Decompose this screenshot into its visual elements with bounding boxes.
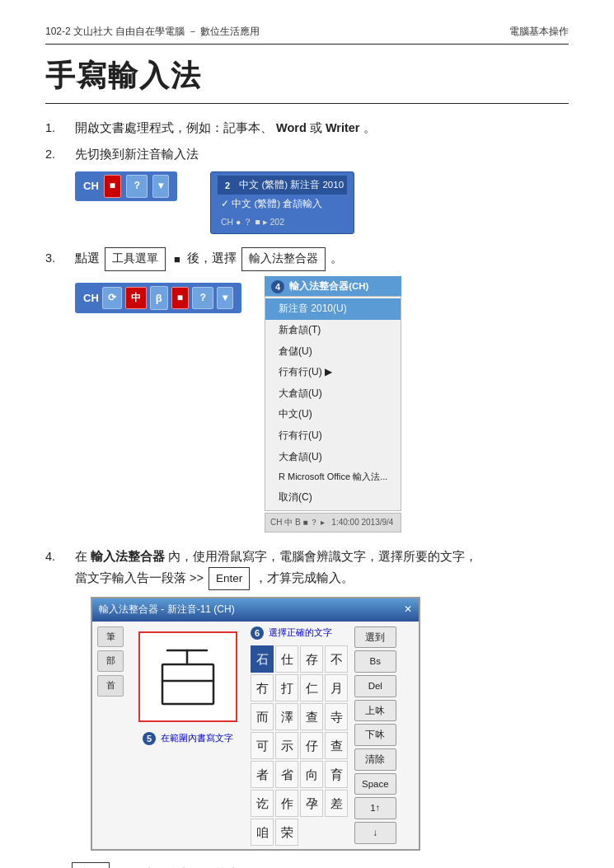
hw-char-4[interactable]: 冇 [251, 674, 274, 701]
hw-char-6[interactable]: 仁 [300, 674, 323, 701]
step-2: 2. 先切換到新注音輸入法 [45, 143, 569, 165]
hw-btn-radical[interactable]: 部 [97, 650, 124, 672]
char-select-label: 6 選擇正確的文字 [247, 622, 351, 643]
step-2-text: 先切換到新注音輸入法 [75, 143, 569, 165]
hw-char-12[interactable]: 可 [251, 732, 274, 759]
hw-char-10[interactable]: 查 [300, 703, 323, 730]
enter-key-box: Enter [209, 567, 250, 590]
hw-chars-grid: 石 仕 存 不 冇 打 仁 月 而 澤 查 寺 可 [247, 642, 351, 849]
hw-left-sidebar: 筆 部 首 [92, 622, 129, 850]
step-2-num: 2. [45, 143, 75, 165]
num-badge-2: 2 [221, 179, 234, 192]
tools-menu-box: 工具選單 [105, 247, 166, 270]
hw-btn-first[interactable]: 首 [97, 675, 124, 697]
hw-btn-next[interactable]: 下㕲 [354, 724, 396, 746]
hw-char-17[interactable]: 省 [275, 761, 298, 788]
ime-integrator-box: 輸入法整合器 [241, 247, 326, 270]
ime-bar-step3: CH ⟳ 中 β ■ ？ ▾ [75, 283, 241, 313]
header-left: 102-2 文山社大 自由自在學電腦 － 數位生活應用 [45, 25, 260, 39]
hw-dialog-title: 輸入法整合器 - 新注音-11 (CH) ✕ [92, 598, 419, 622]
hw-btn-stroke[interactable]: 筆 [97, 626, 124, 648]
hw-char-2[interactable]: 存 [300, 645, 323, 673]
hw-canvas[interactable] [138, 631, 237, 722]
hw-char-20[interactable]: 讫 [251, 790, 274, 817]
hw-canvas-col: 5 在範圍內書寫文字 [129, 622, 247, 850]
hw-char-18[interactable]: 向 [300, 761, 323, 788]
hw-btn-down[interactable]: ↓ [354, 822, 396, 844]
step-3-images: CH ⟳ 中 β ■ ？ ▾ 4 輸入法整合器(CH) 新注音 2010(U) … [75, 276, 569, 533]
bullet-desc-0: ：取消最後畫的一筆畫。 [116, 863, 252, 868]
hw-stroke-svg [143, 636, 233, 718]
step-3: 3. 點選 工具選單 ■ 後，選擇 輸入法整合器 。 [45, 247, 569, 270]
hw-btn-clear[interactable]: 清除 [354, 748, 396, 771]
hw-char-8[interactable]: 而 [251, 703, 274, 730]
hw-btn-space[interactable]: Space [354, 773, 396, 795]
hw-char-15[interactable]: 查 [325, 732, 348, 759]
hw-char-14[interactable]: 仔 [300, 732, 323, 759]
bullet-0: 復原 ：取消最後畫的一筆畫。 [54, 862, 569, 868]
hw-char-1[interactable]: 仕 [275, 645, 298, 673]
hw-right-btns: 選到 Bs Del 上㕲 下㕲 清除 Space 1↑ ↓ [351, 622, 400, 850]
page-header: 102-2 文山社大 自由自在學電腦 － 數位生活應用 電腦基本操作 [45, 25, 569, 45]
hw-btn-bs[interactable]: Bs [354, 650, 396, 673]
hw-char-16[interactable]: 者 [251, 761, 274, 788]
hw-char-22[interactable]: 孕 [300, 790, 323, 817]
page-title: 手寫輸入法 [45, 56, 569, 104]
hw-char-25[interactable]: 荣 [275, 819, 298, 846]
hw-char-23[interactable]: 差 [325, 790, 348, 817]
content-area: 1. 開啟文書處理程式，例如：記事本、 Word 或 Writer 。 2. 先… [45, 117, 569, 868]
hw-close-btn[interactable]: ✕ [404, 601, 412, 619]
step-3-num: 3. [45, 247, 75, 269]
step-3-text: 點選 工具選單 ■ 後，選擇 輸入法整合器 。 [75, 247, 569, 270]
hw-char-19[interactable]: 育 [325, 761, 348, 788]
step-4: 4. 在 輸入法整合器 內，使用滑鼠寫字，電腦會辨識文字，選擇所要的文字， 當文… [45, 546, 569, 590]
hw-dialog-body: 筆 部 首 [92, 622, 419, 850]
hw-btn-up[interactable]: 1↑ [354, 797, 396, 819]
hw-dialog-container: 輸入法整合器 - 新注音-11 (CH) ✕ 筆 部 首 [91, 597, 569, 851]
step3-menu-popup: 4 輸入法整合器(CH) 新注音 2010(U) 新倉頡(T) 倉儲(U) 行有… [265, 276, 401, 533]
hw-btn-select[interactable]: 選到 [354, 626, 396, 649]
hw-char-5[interactable]: 打 [275, 674, 298, 701]
svg-rect-2 [162, 664, 213, 704]
step-2-images: CH ■ ？ ▾ 2 中文 (繁體) 新注音 2010 ✓ 中文 (繁體) 倉頡… [75, 171, 569, 234]
step-1: 1. 開啟文書處理程式，例如：記事本、 Word 或 Writer 。 [45, 117, 569, 138]
step-4-num: 4. [45, 546, 75, 567]
hw-char-21[interactable]: 作 [275, 790, 298, 817]
step-1-text: 開啟文書處理程式，例如：記事本、 Word 或 Writer 。 [75, 117, 569, 138]
lang-popup-step2: 2 中文 (繁體) 新注音 2010 ✓ 中文 (繁體) 倉頡輸入 CH ● ？… [210, 171, 354, 234]
hw-char-3[interactable]: 不 [325, 645, 348, 673]
page: 102-2 文山社大 自由自在學電腦 － 數位生活應用 電腦基本操作 手寫輸入法… [0, 0, 614, 868]
hw-char-11[interactable]: 寺 [325, 703, 348, 730]
header-right: 電腦基本操作 [509, 25, 569, 39]
step-1-num: 1. [45, 117, 75, 138]
bullet-label-0: 復原 [72, 862, 110, 868]
hw-btn-prev[interactable]: 上㕲 [354, 700, 396, 722]
hw-btn-del[interactable]: Del [354, 675, 396, 697]
canvas-label: 5 在範圍內書寫文字 [143, 730, 233, 747]
hw-char-0[interactable]: 石 [251, 645, 274, 673]
hw-char-13[interactable]: 示 [275, 732, 298, 759]
hw-candidates-col: 6 選擇正確的文字 石 仕 存 不 冇 打 仁 月 而 [247, 622, 351, 850]
hw-dialog: 輸入法整合器 - 新注音-11 (CH) ✕ 筆 部 首 [91, 597, 420, 851]
hw-char-9[interactable]: 澤 [275, 703, 298, 730]
ime-bar-step2: CH ■ ？ ▾ [75, 171, 177, 201]
step-4-text: 在 輸入法整合器 內，使用滑鼠寫字，電腦會辨識文字，選擇所要的文字， 當文字輸入… [75, 546, 569, 590]
bullets-section: 復原 ：取消最後畫的一筆畫。 清除 ：重寫。 BS ：即為 Backspace … [54, 862, 569, 868]
hw-char-24[interactable]: 咱 [251, 819, 274, 846]
hw-char-7[interactable]: 月 [325, 674, 348, 701]
